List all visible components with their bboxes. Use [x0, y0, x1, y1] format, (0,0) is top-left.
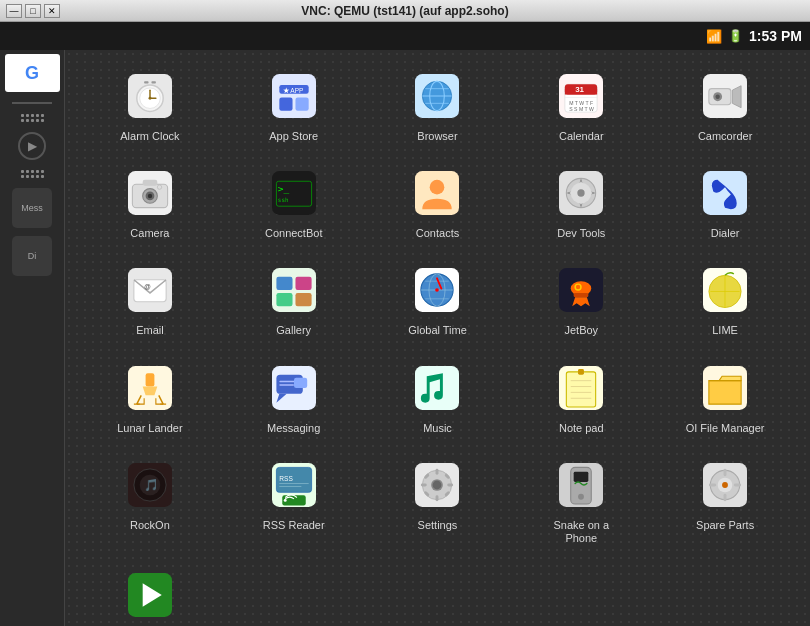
- app-icon-calendar: 31 M T W T F S S M T W: [551, 66, 611, 126]
- svg-rect-57: [276, 293, 292, 306]
- app-item-lunar-lander[interactable]: Lunar Lander: [80, 352, 220, 441]
- google-widget[interactable]: G: [5, 54, 60, 92]
- svg-rect-114: [421, 483, 427, 486]
- app-icon-dev-tools: [551, 163, 611, 223]
- app-icon-videos: [120, 565, 180, 625]
- sidebar-app-mess[interactable]: Mess: [12, 188, 52, 228]
- status-bar: 📶 🔋 1:53 PM: [0, 22, 810, 50]
- app-icon-rockon: 🎵: [120, 455, 180, 515]
- svg-text:>_: >_: [278, 183, 290, 194]
- sidebar-divider-1: [12, 102, 52, 104]
- app-item-rss-reader[interactable]: RSS RSS Reader: [224, 449, 364, 551]
- svg-point-38: [148, 194, 152, 198]
- app-label-browser: Browser: [417, 130, 457, 143]
- svg-rect-130: [724, 494, 727, 501]
- svg-text:31: 31: [575, 85, 584, 94]
- app-item-videos[interactable]: Videos: [80, 559, 220, 626]
- app-item-lime[interactable]: LIME: [655, 254, 795, 343]
- app-label-spare-parts: Spare Parts: [696, 519, 754, 532]
- app-label-note-pad: Note pad: [559, 422, 604, 435]
- sidebar-di-label: Di: [28, 251, 37, 261]
- window-title: VNC: QEMU (tst141) (auf app2.soho): [60, 4, 750, 18]
- app-item-contacts[interactable]: Contacts: [368, 157, 508, 246]
- app-icon-contacts: [407, 163, 467, 223]
- app-icon-music: [407, 358, 467, 418]
- app-label-music: Music: [423, 422, 452, 435]
- svg-point-128: [722, 482, 728, 488]
- close-button[interactable]: ✕: [44, 4, 60, 18]
- app-label-calendar: Calendar: [559, 130, 604, 143]
- app-item-messaging[interactable]: Messaging: [224, 352, 364, 441]
- svg-rect-56: [295, 277, 311, 290]
- app-icon-messaging: [264, 358, 324, 418]
- app-icon-app-store: ★ APP: [264, 66, 324, 126]
- app-icon-rss-reader: RSS: [264, 455, 324, 515]
- app-item-app-store[interactable]: ★ APP App Store: [224, 60, 364, 149]
- svg-rect-96: [578, 368, 584, 374]
- app-item-global-time[interactable]: Global Time: [368, 254, 508, 343]
- svg-point-70: [576, 285, 580, 289]
- app-item-music[interactable]: Music: [368, 352, 508, 441]
- app-label-email: Email: [136, 324, 164, 337]
- svg-rect-89: [415, 366, 459, 410]
- svg-rect-115: [448, 483, 454, 486]
- window-controls[interactable]: — □ ✕: [6, 4, 60, 18]
- svg-point-124: [578, 494, 584, 500]
- svg-text:ssh: ssh: [278, 197, 289, 203]
- scroll-arrow[interactable]: ▶: [18, 132, 46, 160]
- signal-icon: 📶: [706, 29, 722, 44]
- app-label-snake-phone: Snake on a Phone: [541, 519, 621, 545]
- app-item-camcorder[interactable]: Camcorder: [655, 60, 795, 149]
- svg-text:★: ★: [283, 87, 290, 94]
- app-icon-note-pad: [551, 358, 611, 418]
- svg-rect-91: [567, 371, 596, 406]
- app-item-spare-parts[interactable]: Spare Parts: [655, 449, 795, 551]
- svg-text:M T W T F: M T W T F: [570, 100, 594, 106]
- svg-point-5: [148, 97, 151, 100]
- app-icon-email: @: [120, 260, 180, 320]
- app-item-snake-phone[interactable]: Snake on a Phone: [511, 449, 651, 551]
- app-item-alarm-clock[interactable]: Alarm Clock: [80, 60, 220, 149]
- svg-point-66: [436, 289, 440, 293]
- app-item-connectbot[interactable]: >_ ssh ConnectBot: [224, 157, 364, 246]
- app-label-camcorder: Camcorder: [698, 130, 752, 143]
- svg-rect-112: [436, 469, 439, 475]
- app-item-calendar[interactable]: 31 M T W T F S S M T W Calendar: [511, 60, 651, 149]
- app-item-settings[interactable]: Settings: [368, 449, 508, 551]
- app-label-camera: Camera: [130, 227, 169, 240]
- app-label-lime: LIME: [712, 324, 738, 337]
- app-icon-gallery: [264, 260, 324, 320]
- svg-point-39: [157, 185, 161, 189]
- svg-point-49: [578, 190, 585, 197]
- app-label-jetboy: JetBoy: [564, 324, 598, 337]
- sidebar-app-di[interactable]: Di: [12, 236, 52, 276]
- app-grid-container: Alarm Clock ★ APP App Store Browser 31 M…: [65, 50, 810, 626]
- sidebar-mess-label: Mess: [21, 203, 43, 213]
- app-item-rockon[interactable]: 🎵 RockOn: [80, 449, 220, 551]
- app-icon-spare-parts: [695, 455, 755, 515]
- svg-rect-71: [574, 293, 589, 297]
- svg-text:RSS: RSS: [279, 474, 293, 481]
- svg-rect-35: [143, 180, 158, 186]
- app-label-global-time: Global Time: [408, 324, 467, 337]
- app-label-rss-reader: RSS Reader: [263, 519, 325, 532]
- svg-rect-129: [724, 469, 727, 476]
- app-item-email[interactable]: @ Email: [80, 254, 220, 343]
- app-item-note-pad[interactable]: Note pad: [511, 352, 651, 441]
- app-icon-lime: [695, 260, 755, 320]
- sidebar: G ▶ Mess Di: [0, 50, 65, 626]
- maximize-button[interactable]: □: [25, 4, 41, 18]
- app-item-browser[interactable]: Browser: [368, 60, 508, 149]
- svg-text:APP: APP: [290, 87, 304, 94]
- minimize-button[interactable]: —: [6, 4, 22, 18]
- app-item-oi-file-mgr[interactable]: OI File Manager: [655, 352, 795, 441]
- app-item-camera[interactable]: Camera: [80, 157, 220, 246]
- app-label-gallery: Gallery: [276, 324, 311, 337]
- app-item-dialer[interactable]: Dialer: [655, 157, 795, 246]
- app-item-dev-tools[interactable]: Dev Tools: [511, 157, 651, 246]
- app-label-dialer: Dialer: [711, 227, 740, 240]
- app-item-jetboy[interactable]: JetBoy: [511, 254, 651, 343]
- app-item-gallery[interactable]: Gallery: [224, 254, 364, 343]
- svg-rect-123: [574, 472, 589, 482]
- svg-rect-88: [294, 377, 307, 387]
